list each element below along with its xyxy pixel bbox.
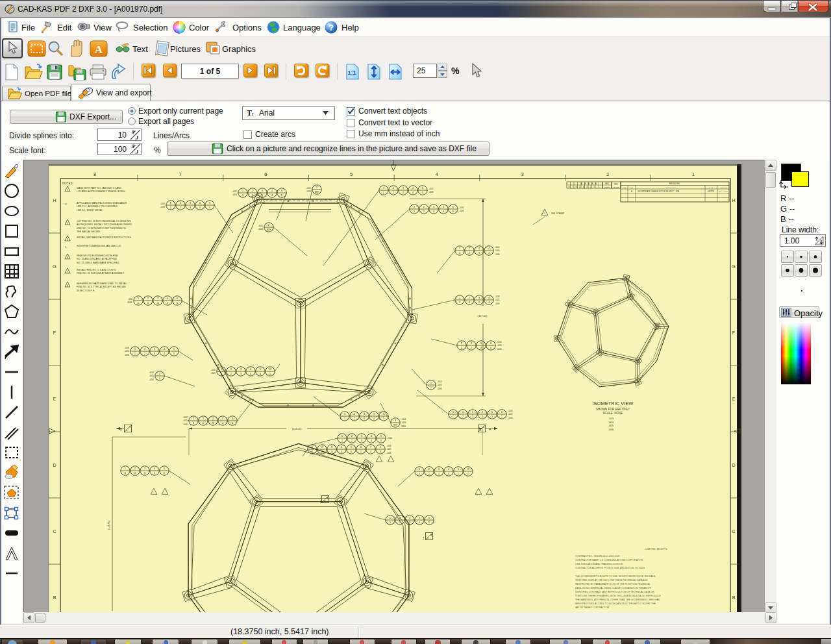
svg-text:B: B — [732, 595, 736, 600]
svg-text:-006: -006 — [232, 193, 237, 196]
svg-text:-003: -003 — [387, 437, 391, 440]
svg-text:-003: -003 — [608, 417, 614, 420]
svg-text:-005: -005 — [401, 421, 406, 424]
svg-text:-006: -006 — [497, 348, 501, 351]
svg-text:04/02/02: 04/02/02 — [708, 190, 715, 193]
svg-text:D: D — [53, 463, 56, 467]
svg-text:A: A — [584, 182, 586, 185]
svg-text:D: D — [732, 463, 735, 467]
svg-text:F: F — [732, 330, 735, 335]
svg-text:-005: -005 — [608, 424, 614, 427]
svg-text:-005: -005 — [125, 350, 129, 353]
svg-text:SHOWN FOR REF ONLY: SHOWN FOR REF ONLY — [596, 408, 630, 411]
svg-text:J: J — [320, 501, 321, 504]
svg-text:-006: -006 — [211, 369, 216, 371]
svg-text:CONTRACTOR NAME: L-3 COMMUN: CONTRACTOR NAME: L-3 COMMUNICATIONS CORP… — [575, 559, 643, 562]
svg-text:APPLICABLE MANUFACTURING STAND: APPLICABLE MANUFACTURING STANDARDS: — [77, 202, 127, 204]
svg-text:INSTALL IAW MANUFACTURER'S INS: INSTALL IAW MANUFACTURER'S INSTRUCTIONS. — [77, 236, 132, 239]
svg-text:8: 8 — [93, 171, 96, 177]
svg-text:-004: -004 — [183, 416, 188, 419]
svg-text:-006: -006 — [125, 347, 129, 349]
svg-text:BEEN PROVIDED ACCESS TO SU: BEEN PROVIDED ACCESS TO SUCH DATA MUST P… — [575, 602, 656, 605]
svg-text:-006: -006 — [608, 428, 614, 431]
svg-text:G: G — [732, 264, 735, 269]
svg-text:IDENTIFIED CONTRACT. ANY RE: IDENTIFIED CONTRACT. ANY REPRODUCTION OF… — [575, 591, 654, 593]
svg-text:INK STAMP: INK STAMP — [551, 212, 565, 215]
svg-text:6: 6 — [67, 256, 68, 259]
svg-text:A: A — [581, 182, 582, 185]
svg-text:MARK WITH PART NO. IAW LMS 1-1: MARK WITH PART NO. IAW LMS 1-1 AND — [77, 187, 121, 190]
svg-text:LMS 8-1, SHEET METAL: LMS 8-1, SHEET METAL — [77, 209, 103, 212]
svg-text:APPROVED: APPROVED — [719, 187, 728, 188]
svg-text:DESCRIPTION: DESCRIPTION — [665, 187, 676, 189]
svg-text:LIMITED RIGHTS: LIMITED RIGHTS — [645, 547, 667, 551]
svg-text:SHEET: SHEET — [604, 186, 610, 188]
svg-text:6: 6 — [480, 429, 481, 432]
svg-text:5.: 5. — [65, 245, 68, 249]
svg-text:F: F — [53, 330, 56, 335]
svg-text:1: 1 — [544, 212, 545, 215]
svg-text:-006: -006 — [306, 190, 311, 193]
svg-text:-005: -005 — [459, 206, 464, 209]
svg-text:-REF: -REF — [127, 301, 132, 304]
svg-text:H: H — [53, 198, 56, 203]
svg-text:4: 4 — [67, 238, 68, 241]
svg-text:3: 3 — [521, 171, 523, 177]
svg-text:ABOVE NAMED CONTRACTOR.: ABOVE NAMED CONTRACTOR. — [575, 606, 610, 609]
svg-text:-005: -005 — [386, 448, 391, 451]
svg-text:8: 8 — [67, 284, 68, 287]
svg-text:A: A — [631, 190, 632, 193]
svg-text:CUT FIND NO. 18 INTO INDIVIDUA: CUT FIND NO. 18 INTO INDIVIDUAL 2.0 LENG… — [77, 220, 131, 223]
svg-text:NOTES:: NOTES: — [62, 182, 73, 185]
svg-text:-004: -004 — [495, 246, 499, 249]
svg-text:-004: -004 — [401, 418, 406, 421]
svg-text:THE MARKINGS. ANY PERSON,: THE MARKINGS. ANY PERSON, OTHER THAN THE… — [575, 599, 660, 601]
svg-text:-004: -004 — [128, 298, 132, 301]
svg-text:7: 7 — [179, 171, 182, 177]
svg-text:THE GOVERNMENT'S RIGHTS TO: THE GOVERNMENT'S RIGHTS TO USE, MODIFY, … — [575, 575, 656, 578]
svg-text:-004: -004 — [386, 445, 391, 447]
svg-text:3: 3 — [67, 222, 68, 225]
svg-text:6: 6 — [323, 500, 325, 502]
svg-text:-006: -006 — [149, 378, 154, 381]
svg-text:G: G — [53, 264, 56, 269]
svg-text:REF: REF — [315, 191, 319, 193]
svg-text:LTR: LTR — [630, 187, 633, 188]
svg-text:-006: -006 — [459, 210, 464, 212]
svg-text:1: 1 — [67, 189, 68, 192]
svg-text:-005: -005 — [232, 190, 237, 193]
svg-text:PORTIONS THEREOF MARKED WIT: PORTIONS THEREOF MARKED WITH THIS LEGEND… — [575, 595, 662, 597]
svg-text:LOCATED APPROXIMATELY WHERE S: LOCATED APPROXIMATELY WHERE SOWN. — [77, 190, 125, 193]
svg-text:CONTRACT NO.: N61339-00-D-00: CONTRACT NO.: N61339-00-D-0032-0003 — [575, 555, 619, 558]
svg-text:AS REQUIRED. INSTALL INTO THRE: AS REQUIRED. INSTALL INTO THREADED INSER… — [77, 223, 132, 226]
svg-text:-005: -005 — [495, 249, 499, 252]
svg-text:-006: -006 — [495, 253, 499, 256]
svg-text:-005: -005 — [428, 188, 433, 190]
svg-text:B.B.AARON: B.B.AARON — [719, 191, 728, 193]
svg-text:TEE-BAR AS SHOWN.: TEE-BAR AS SHOWN. — [77, 230, 101, 233]
svg-text:LMS 13-1, ASSEMBLY PROCEDURES: LMS 13-1, ASSEMBLY PROCEDURES — [77, 205, 118, 208]
svg-text:INTERPRET DIMENSIONS IAW LMS 1: INTERPRET DIMENSIONS IAW LMS 1-15. — [77, 245, 121, 247]
svg-text:SCALE: NONE: SCALE: NONE — [603, 412, 623, 415]
svg-text:REVISIONS: REVISIONS — [669, 182, 680, 185]
svg-text:CONTRACTOR ADDRESS: PO BOX: CONTRACTOR ADDRESS: PO BOX 5328, ARLINGT… — [575, 567, 645, 569]
svg-text:6: 6 — [264, 171, 267, 177]
svg-text:1: 1 — [692, 171, 695, 177]
svg-text:6: 6 — [126, 429, 127, 432]
svg-text:REV: REV — [605, 182, 609, 185]
svg-text:IN SECTION F-F.: IN SECTION F-F. — [77, 290, 95, 292]
svg-text:-006: -006 — [125, 354, 129, 356]
svg-text:NO. 15 USING HARDWARE SPECIFIE: NO. 15 USING HARDWARE SPECIFIED. — [77, 262, 120, 264]
svg-text:-006: -006 — [160, 206, 165, 208]
svg-text:1:1: 1:1 — [347, 69, 356, 76]
svg-text:LINK SIMULATION AND TRAININ: LINK SIMULATION AND TRAINING DIVISION — [575, 563, 623, 565]
svg-text:-005: -005 — [211, 372, 216, 375]
svg-text:6: 6 — [427, 537, 428, 539]
svg-text:REF: REF — [393, 424, 397, 427]
svg-text:A: A — [595, 182, 597, 185]
svg-text:REFERENCED HARDWARE USED TO IN: REFERENCED HARDWARE USED TO INSTALL — [77, 282, 128, 285]
svg-text:(113.02): (113.02) — [292, 427, 302, 430]
svg-text:-006: -006 — [428, 191, 433, 193]
svg-text:-006: -006 — [495, 295, 499, 298]
svg-text:A: A — [95, 43, 103, 56]
